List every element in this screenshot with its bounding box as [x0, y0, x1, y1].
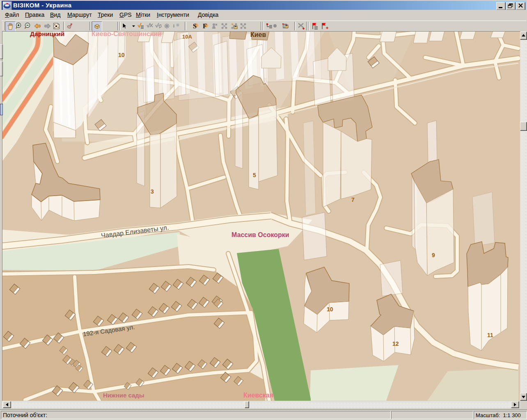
svg-text:10: 10	[327, 306, 333, 313]
svg-text:Дарницкий: Дарницкий	[30, 32, 64, 37]
svg-text:9: 9	[432, 252, 435, 258]
svg-text:Массив Осокорки: Массив Осокорки	[231, 231, 289, 238]
svg-text:3: 3	[151, 188, 154, 195]
svg-text:Киев: Киев	[250, 32, 266, 38]
svg-text:Киевская: Киевская	[243, 392, 273, 399]
svg-text:10: 10	[118, 52, 125, 58]
svg-text:10А: 10А	[182, 34, 192, 40]
svg-text:S: S	[193, 23, 197, 30]
svg-text:Нижние сады: Нижние сады	[103, 392, 144, 399]
svg-text:i: i	[173, 23, 174, 28]
svg-text:5: 5	[253, 172, 256, 178]
svg-text:?: ?	[70, 22, 73, 27]
svg-text:12: 12	[392, 340, 399, 347]
svg-text:F: F	[203, 23, 207, 30]
svg-text:11: 11	[487, 332, 493, 338]
svg-text:Киево-Святошинский: Киево-Святошинский	[92, 32, 162, 37]
svg-text:7: 7	[351, 196, 355, 203]
